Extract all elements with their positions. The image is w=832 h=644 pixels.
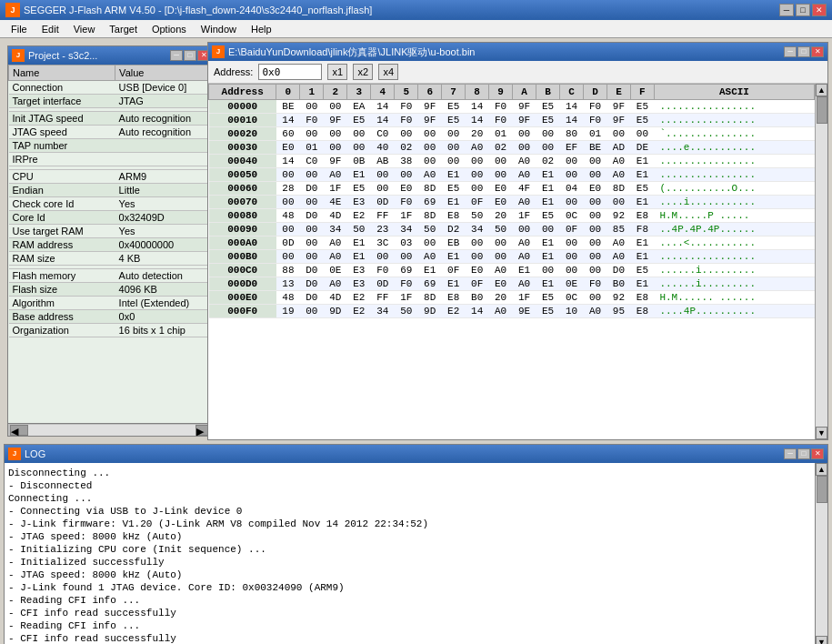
hex-col-9: 9 (489, 85, 513, 100)
log-scroll-down[interactable]: ▼ (816, 636, 827, 644)
prop-name: Algorithm (9, 297, 115, 310)
hex-address-cell: 00020 (209, 127, 276, 141)
log-scroll-up[interactable]: ▲ (816, 463, 827, 476)
hex-byte-cell: 8D (418, 291, 442, 305)
minimize-button[interactable]: ─ (779, 4, 794, 16)
col-value: Value (115, 65, 214, 81)
hex-byte-cell: 00 (466, 168, 489, 182)
table-row: 000C088D00EE3F069E10FE0A0E1000000D0E5...… (209, 264, 815, 277)
project-scrollbar[interactable]: ◀ ▶ (8, 423, 214, 436)
title-bar-buttons: ─ □ ✕ (779, 4, 827, 16)
hex-byte-cell: E2 (347, 291, 371, 305)
hex-byte-cell: E1 (536, 196, 560, 209)
hex-address-cell: 000D0 (209, 277, 276, 291)
list-item: Disconnecting ... (8, 467, 811, 479)
hex-byte-cell: E5 (347, 114, 371, 127)
hex-byte-cell: 9F (606, 100, 630, 114)
hex-byte-cell: 69 (395, 264, 418, 277)
log-scroll-thumb[interactable] (817, 476, 827, 503)
hex-byte-cell: 00 (371, 250, 395, 264)
hex-byte-cell: 00 (584, 264, 607, 277)
table-row: 000B00000A0E10000A0E10000A0E10000A0E1...… (209, 250, 815, 264)
list-item: - JTAG speed: 8000 kHz (Auto) (8, 530, 811, 543)
hex-maximize-btn[interactable]: □ (797, 46, 810, 57)
hex-byte-cell: F0 (300, 114, 324, 127)
log-maximize-btn[interactable]: □ (797, 448, 810, 459)
zoom-x2-btn[interactable]: x2 (353, 64, 373, 80)
prop-name: Init JTAG speed (9, 112, 115, 126)
hex-grid-container[interactable]: Address0123456789ABCDEFASCII 00000BE0000… (208, 84, 815, 439)
hex-byte-cell: 00 (442, 155, 466, 168)
hex-byte-cell: E3 (347, 196, 371, 209)
menu-target[interactable]: Target (102, 22, 145, 36)
hex-byte-cell: 48 (276, 209, 300, 223)
hex-byte-cell: A0 (324, 236, 347, 250)
left-column: J Project - s3c2... ─ □ ✕ Name Value (0, 38, 207, 444)
hex-byte-cell: E1 (442, 168, 466, 182)
prop-name: Organization (9, 324, 115, 337)
hex-byte-cell: 0D (276, 236, 300, 250)
zoom-x4-btn[interactable]: x4 (378, 64, 398, 80)
hex-scrollbar-right[interactable]: ▲ ▼ (815, 84, 827, 439)
hex-address-cell: 00010 (209, 114, 276, 127)
log-minimize-btn[interactable]: ─ (784, 448, 797, 459)
table-row: 0004014C09F0BAB3800000000A0020000A0E1...… (209, 155, 815, 168)
hex-byte-cell: 60 (276, 127, 300, 141)
prop-name: IRPre (9, 153, 115, 166)
prop-name: Base address (9, 310, 115, 324)
project-panel: J Project - s3c2... ─ □ ✕ Name Value (7, 45, 215, 437)
hex-byte-cell: E3 (347, 264, 371, 277)
address-input[interactable] (258, 64, 322, 80)
hex-byte-cell: 50 (347, 223, 371, 236)
menu-window[interactable]: Window (194, 22, 244, 36)
hex-byte-cell: E5 (630, 100, 654, 114)
ascii-cell: ................ (654, 100, 814, 114)
project-maximize-btn[interactable]: □ (184, 50, 196, 61)
log-close-btn[interactable]: ✕ (811, 448, 824, 459)
col-name: Name (9, 65, 115, 81)
hex-col-1: 1 (300, 85, 324, 100)
hex-byte-cell: E5 (536, 100, 560, 114)
hex-byte-cell: 14 (466, 305, 489, 318)
hex-byte-cell: E2 (442, 305, 466, 318)
hex-byte-cell: 00 (630, 127, 654, 141)
hex-byte-cell: 00 (418, 155, 442, 168)
scroll-thumb[interactable] (817, 96, 827, 124)
scroll-left-btn[interactable]: ◀ (10, 425, 28, 436)
hex-byte-cell: E1 (630, 168, 654, 182)
close-button[interactable]: ✕ (812, 4, 827, 16)
log-scrollbar[interactable]: ▲ ▼ (815, 463, 827, 644)
log-scroll-track (816, 476, 827, 636)
log-content[interactable]: Disconnecting ...- DisconnectedConnectin… (5, 463, 815, 644)
hex-byte-cell: 00 (300, 127, 324, 141)
prop-name: CPU (9, 170, 115, 184)
prop-value: 0x32409D (115, 211, 214, 225)
hex-byte-cell: EB (442, 236, 466, 250)
hex-toolbar: Address: x1 x2 x4 (208, 61, 827, 84)
menu-view[interactable]: View (66, 22, 103, 36)
menu-file[interactable]: File (4, 22, 35, 36)
scroll-up-arrow[interactable]: ▲ (816, 84, 827, 96)
hex-byte-cell: 14 (466, 114, 489, 127)
hex-byte-cell: E5 (630, 114, 654, 127)
prop-name: Endian (9, 184, 115, 197)
menu-edit[interactable]: Edit (35, 22, 66, 36)
hex-close-btn[interactable]: ✕ (811, 46, 824, 57)
menu-options[interactable]: Options (145, 22, 194, 36)
list-item: - Initializing CPU core (Init sequence) … (8, 543, 811, 556)
scroll-down-arrow[interactable]: ▼ (816, 427, 827, 439)
hex-byte-cell: 00 (584, 236, 607, 250)
table-row: 0001014F09FE514F09FE514F09FE514F09FE5...… (209, 114, 815, 127)
hex-minimize-btn[interactable]: ─ (784, 46, 797, 57)
list-item: Connecting ... (8, 492, 811, 505)
prop-value: Yes (115, 197, 214, 211)
maximize-button[interactable]: □ (796, 4, 810, 16)
hex-byte-cell: 9F (513, 100, 536, 114)
zoom-x1-btn[interactable]: x1 (327, 64, 347, 80)
hex-byte-cell: 00 (513, 141, 536, 155)
hex-byte-cell: 34 (395, 223, 418, 236)
project-minimize-btn[interactable]: ─ (170, 50, 183, 61)
menu-help[interactable]: Help (244, 22, 279, 36)
hex-byte-cell: 92 (606, 209, 630, 223)
hex-byte-cell: A0 (513, 250, 536, 264)
